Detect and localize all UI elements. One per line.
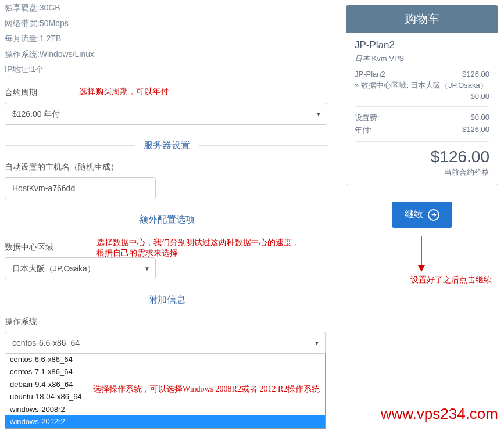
section-extra-config: 额外配置选项: [5, 214, 328, 226]
cart-plan-name: JP-Plan2: [355, 40, 489, 51]
spec-bandwidth: 网络带宽:50Mbps: [5, 16, 328, 31]
billing-select[interactable]: $126.00 年付: [5, 103, 327, 125]
cart-total: $126.00: [355, 148, 489, 166]
cart-total-label: 当前合约价格: [355, 167, 489, 178]
spec-ip: IP地址:1个: [5, 62, 328, 77]
arrow-right-icon: ➜: [428, 209, 439, 221]
section-additional: 附加信息: [5, 294, 328, 306]
annotation-billing: 选择购买周期，可以年付: [79, 87, 169, 97]
os-option[interactable]: windows-2012r2: [5, 415, 325, 428]
cart-box: 购物车 JP-Plan2 日本 Kvm VPS JP-Plan2 $126.00…: [346, 5, 498, 185]
cart-plan-sub: 日本 Kvm VPS: [355, 53, 489, 64]
section-server-settings: 服务器设置: [5, 139, 328, 152]
os-option[interactable]: centos-7.1-x86_64: [5, 365, 325, 378]
cart-yearly: 年付: $126.00: [355, 125, 489, 135]
annotation-dc: 选择数据中心，我们分别测试过这两种数据中心的速度， 根据自己的需求来选择: [96, 238, 300, 259]
cart-dc-price: $0.00: [355, 92, 489, 101]
cart-setup: 设置费: $0.00: [355, 113, 489, 123]
annotation-continue: 设置好了之后点击继续: [375, 275, 504, 285]
watermark: www.vps234.com: [381, 405, 498, 423]
cart-dc-line: » 数据中心区域: 日本大阪（JP,Osaka）: [355, 80, 489, 91]
arrow-annotation-icon: [416, 236, 504, 279]
datacenter-select[interactable]: 日本大阪（JP,Osaka）: [5, 257, 156, 279]
os-option[interactable]: centos-6.6-x86_64: [5, 353, 325, 366]
os-option[interactable]: windows-2008r2: [5, 403, 325, 416]
os-label: 操作系统: [5, 317, 328, 327]
continue-button[interactable]: 继续 ➜: [392, 202, 452, 228]
spec-traffic: 每月流量:1.2TB: [5, 31, 328, 46]
spec-disk: 独享硬盘:30GB: [5, 0, 328, 16]
spec-list: 独享硬盘:30GB 网络带宽:50Mbps 每月流量:1.2TB 操作系统:Wi…: [5, 0, 328, 77]
cart-title: 购物车: [346, 5, 498, 33]
os-select[interactable]: centos-6.6-x86_64: [5, 332, 326, 354]
hostname-input[interactable]: [5, 177, 156, 199]
hostname-label: 自动设置的主机名（随机生成）: [5, 162, 328, 173]
cart-line-item: JP-Plan2 $126.00: [355, 70, 489, 78]
spec-os: 操作系统:Windows/Linux: [5, 46, 328, 62]
annotation-os: 选择操作系统，可以选择Windows 2008R2或者 2012 R2操作系统: [93, 384, 320, 394]
